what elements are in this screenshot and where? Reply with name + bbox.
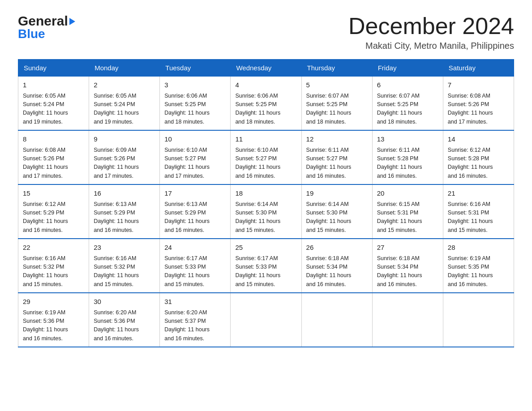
day-info: Sunrise: 6:15 AM Sunset: 5:31 PM Dayligh…	[377, 200, 438, 235]
day-number: 1	[23, 80, 84, 90]
calendar-cell: 13 Sunrise: 6:11 AM Sunset: 5:28 PM Dayl…	[372, 130, 443, 184]
day-number: 17	[164, 188, 226, 199]
day-info: Sunrise: 6:14 AM Sunset: 5:30 PM Dayligh…	[235, 200, 296, 235]
day-number: 24	[164, 243, 226, 253]
day-info: Sunrise: 6:14 AM Sunset: 5:30 PM Dayligh…	[306, 200, 368, 235]
day-info: Sunrise: 6:13 AM Sunset: 5:29 PM Dayligh…	[94, 200, 155, 235]
logo-arrow-icon	[69, 18, 75, 25]
calendar-cell: 4 Sunrise: 6:06 AM Sunset: 5:25 PM Dayli…	[231, 77, 301, 131]
day-number: 18	[235, 188, 296, 199]
day-number: 4	[235, 80, 296, 90]
day-info: Sunrise: 6:09 AM Sunset: 5:26 PM Dayligh…	[94, 146, 155, 181]
day-info: Sunrise: 6:12 AM Sunset: 5:28 PM Dayligh…	[448, 146, 509, 181]
day-info: Sunrise: 6:06 AM Sunset: 5:25 PM Dayligh…	[164, 92, 226, 127]
calendar-cell: 22 Sunrise: 6:16 AM Sunset: 5:32 PM Dayl…	[18, 239, 89, 293]
title-section: December 2024 Makati City, Metro Manila,…	[348, 13, 514, 51]
day-info: Sunrise: 6:08 AM Sunset: 5:26 PM Dayligh…	[23, 146, 84, 181]
day-number: 2	[94, 80, 155, 90]
calendar-cell: 2 Sunrise: 6:05 AM Sunset: 5:24 PM Dayli…	[89, 77, 160, 131]
calendar-week-row: 29 Sunrise: 6:19 AM Sunset: 5:36 PM Dayl…	[18, 293, 514, 347]
day-number: 6	[377, 80, 438, 90]
day-info: Sunrise: 6:06 AM Sunset: 5:25 PM Dayligh…	[235, 92, 296, 127]
day-number: 9	[94, 134, 155, 145]
calendar-cell: 5 Sunrise: 6:07 AM Sunset: 5:25 PM Dayli…	[301, 77, 372, 131]
calendar-cell: 8 Sunrise: 6:08 AM Sunset: 5:26 PM Dayli…	[18, 130, 89, 184]
calendar-week-row: 1 Sunrise: 6:05 AM Sunset: 5:24 PM Dayli…	[18, 77, 514, 131]
day-info: Sunrise: 6:05 AM Sunset: 5:24 PM Dayligh…	[23, 92, 84, 127]
calendar-cell: 14 Sunrise: 6:12 AM Sunset: 5:28 PM Dayl…	[443, 130, 514, 184]
calendar-cell: 24 Sunrise: 6:17 AM Sunset: 5:33 PM Dayl…	[160, 239, 231, 293]
calendar-cell: 26 Sunrise: 6:18 AM Sunset: 5:34 PM Dayl…	[301, 239, 372, 293]
day-number: 20	[377, 188, 438, 199]
day-number: 30	[94, 297, 155, 307]
calendar-week-row: 22 Sunrise: 6:16 AM Sunset: 5:32 PM Dayl…	[18, 239, 514, 293]
day-number: 21	[448, 188, 509, 199]
day-info: Sunrise: 6:17 AM Sunset: 5:33 PM Dayligh…	[235, 254, 296, 289]
col-saturday: Saturday	[443, 60, 514, 77]
day-info: Sunrise: 6:19 AM Sunset: 5:35 PM Dayligh…	[448, 254, 509, 289]
day-number: 16	[94, 188, 155, 199]
calendar-cell: 29 Sunrise: 6:19 AM Sunset: 5:36 PM Dayl…	[18, 293, 89, 347]
month-title: December 2024	[348, 13, 514, 39]
logo-blue: Blue	[18, 27, 45, 41]
calendar-cell: 1 Sunrise: 6:05 AM Sunset: 5:24 PM Dayli…	[18, 77, 89, 131]
calendar-cell: 15 Sunrise: 6:12 AM Sunset: 5:29 PM Dayl…	[18, 184, 89, 239]
col-tuesday: Tuesday	[160, 60, 231, 77]
calendar-cell: 30 Sunrise: 6:20 AM Sunset: 5:36 PM Dayl…	[89, 293, 160, 347]
calendar-cell: 25 Sunrise: 6:17 AM Sunset: 5:33 PM Dayl…	[231, 239, 301, 293]
day-number: 26	[306, 243, 368, 253]
calendar-cell: 3 Sunrise: 6:06 AM Sunset: 5:25 PM Dayli…	[160, 77, 231, 131]
calendar-cell: 20 Sunrise: 6:15 AM Sunset: 5:31 PM Dayl…	[372, 184, 443, 239]
day-number: 14	[448, 134, 509, 145]
calendar-cell: 7 Sunrise: 6:08 AM Sunset: 5:26 PM Dayli…	[443, 77, 514, 131]
day-number: 11	[235, 134, 296, 145]
day-info: Sunrise: 6:20 AM Sunset: 5:37 PM Dayligh…	[164, 308, 226, 343]
day-info: Sunrise: 6:07 AM Sunset: 5:25 PM Dayligh…	[377, 92, 438, 127]
day-info: Sunrise: 6:17 AM Sunset: 5:33 PM Dayligh…	[164, 254, 226, 289]
day-info: Sunrise: 6:12 AM Sunset: 5:29 PM Dayligh…	[23, 200, 84, 235]
day-number: 8	[23, 134, 84, 145]
day-info: Sunrise: 6:16 AM Sunset: 5:32 PM Dayligh…	[94, 254, 155, 289]
day-number: 15	[23, 188, 84, 199]
day-number: 13	[377, 134, 438, 145]
day-info: Sunrise: 6:07 AM Sunset: 5:25 PM Dayligh…	[306, 92, 368, 127]
logo-general: General	[18, 13, 68, 29]
day-info: Sunrise: 6:16 AM Sunset: 5:31 PM Dayligh…	[448, 200, 509, 235]
calendar-cell: 16 Sunrise: 6:13 AM Sunset: 5:29 PM Dayl…	[89, 184, 160, 239]
calendar-cell: 6 Sunrise: 6:07 AM Sunset: 5:25 PM Dayli…	[372, 77, 443, 131]
day-info: Sunrise: 6:05 AM Sunset: 5:24 PM Dayligh…	[94, 92, 155, 127]
calendar-cell: 19 Sunrise: 6:14 AM Sunset: 5:30 PM Dayl…	[301, 184, 372, 239]
calendar-cell: 23 Sunrise: 6:16 AM Sunset: 5:32 PM Dayl…	[89, 239, 160, 293]
day-info: Sunrise: 6:11 AM Sunset: 5:28 PM Dayligh…	[377, 146, 438, 181]
day-info: Sunrise: 6:18 AM Sunset: 5:34 PM Dayligh…	[377, 254, 438, 289]
col-sunday: Sunday	[18, 60, 89, 77]
calendar-cell	[443, 293, 514, 347]
calendar-header-row: Sunday Monday Tuesday Wednesday Thursday…	[18, 60, 514, 77]
calendar-cell	[372, 293, 443, 347]
page-header: General Blue December 2024 Makati City, …	[18, 13, 514, 51]
calendar-cell: 9 Sunrise: 6:09 AM Sunset: 5:26 PM Dayli…	[89, 130, 160, 184]
calendar-cell: 18 Sunrise: 6:14 AM Sunset: 5:30 PM Dayl…	[231, 184, 301, 239]
calendar-cell: 11 Sunrise: 6:10 AM Sunset: 5:27 PM Dayl…	[231, 130, 301, 184]
calendar-cell: 10 Sunrise: 6:10 AM Sunset: 5:27 PM Dayl…	[160, 130, 231, 184]
day-number: 28	[448, 243, 509, 253]
calendar-week-row: 8 Sunrise: 6:08 AM Sunset: 5:26 PM Dayli…	[18, 130, 514, 184]
day-number: 27	[377, 243, 438, 253]
calendar-cell: 12 Sunrise: 6:11 AM Sunset: 5:27 PM Dayl…	[301, 130, 372, 184]
col-friday: Friday	[372, 60, 443, 77]
calendar-cell: 17 Sunrise: 6:13 AM Sunset: 5:29 PM Dayl…	[160, 184, 231, 239]
day-info: Sunrise: 6:13 AM Sunset: 5:29 PM Dayligh…	[164, 200, 226, 235]
calendar-cell: 31 Sunrise: 6:20 AM Sunset: 5:37 PM Dayl…	[160, 293, 231, 347]
day-number: 10	[164, 134, 226, 145]
day-number: 29	[23, 297, 84, 307]
day-number: 22	[23, 243, 84, 253]
calendar-cell: 21 Sunrise: 6:16 AM Sunset: 5:31 PM Dayl…	[443, 184, 514, 239]
day-number: 12	[306, 134, 368, 145]
day-number: 25	[235, 243, 296, 253]
col-thursday: Thursday	[301, 60, 372, 77]
logo: General Blue	[18, 13, 75, 41]
day-number: 5	[306, 80, 368, 90]
col-wednesday: Wednesday	[231, 60, 301, 77]
day-number: 31	[164, 297, 226, 307]
calendar-cell	[231, 293, 301, 347]
